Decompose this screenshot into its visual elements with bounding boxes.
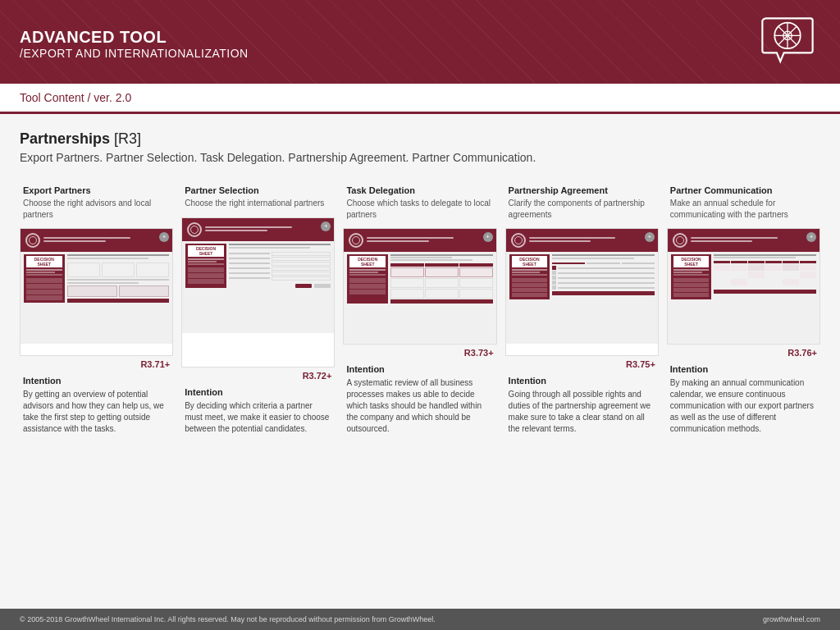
card-label-area-4: Partnership Agreement Clarify the compon…	[505, 180, 659, 228]
section-title-bold: Partnerships	[20, 130, 110, 147]
header-title-block: ADVANCED TOOL /EXPORT AND INTERNATIONALI…	[20, 28, 249, 60]
subheader-text: Tool Content / ver. 2.0	[20, 91, 131, 104]
card-code-2: R3.72+	[181, 368, 335, 382]
card-intention-3: Intention A systematic review of all bus…	[343, 359, 496, 438]
thumbnail-3: + DECISION SHEET	[344, 229, 495, 344]
card-partner-communication: Partner Communication Make an annual sch…	[667, 180, 820, 438]
card-partner-selection: Partner Selection Choose the right inter…	[181, 180, 335, 438]
card-intention-4: Intention Going through all possible rig…	[505, 371, 659, 438]
footer-copyright: © 2005-2018 GrowthWheel International In…	[20, 615, 436, 623]
section-subtitle: Export Partners. Partner Selection. Task…	[20, 151, 820, 164]
card-label-title-2: Partner Selection	[185, 185, 331, 195]
intention-text-4: Going through all possible rights and du…	[509, 389, 655, 435]
intention-text-5: By making an annual communication calend…	[670, 377, 817, 435]
card-intention-1: Intention By getting an overview of pote…	[20, 371, 173, 438]
card-label-title-3: Task Delegation	[346, 185, 493, 195]
thumbnail-5: + DECISION SHEET	[668, 229, 819, 344]
header-title-line1: ADVANCED TOOL	[20, 28, 249, 47]
card-label-area-1: Export Partners Choose the right advisor…	[20, 180, 173, 228]
intention-title-2: Intention	[185, 387, 331, 397]
card-image-5[interactable]: + DECISION SHEET	[667, 228, 820, 345]
page-footer: © 2005-2018 GrowthWheel International In…	[0, 609, 840, 630]
card-label-desc-1: Choose the right advisors and local part…	[23, 198, 170, 220]
card-label-area-3: Task Delegation Choose which tasks to de…	[343, 180, 496, 228]
card-image-3[interactable]: + DECISION SHEET	[343, 228, 496, 345]
card-label-area-5: Partner Communication Make an annual sch…	[667, 180, 820, 228]
card-code-3: R3.73+	[343, 345, 496, 359]
header-title-line2: /EXPORT AND INTERNATIONALIZATION	[20, 47, 249, 60]
card-label-title-1: Export Partners	[23, 185, 170, 195]
card-image-4[interactable]: + DECISION SHEET	[505, 228, 659, 356]
card-intention-5: Intention By making an annual communicat…	[667, 359, 820, 438]
card-label-desc-5: Make an annual schedule for communicatin…	[670, 198, 817, 220]
card-label-desc-4: Clarify the components of partnership ag…	[509, 198, 655, 220]
card-label-desc-2: Choose the right international partners	[185, 198, 331, 209]
growthwheel-logo	[755, 15, 820, 72]
card-partnership-agreement: Partnership Agreement Clarify the compon…	[505, 180, 659, 438]
card-code-1: R3.71+	[20, 356, 173, 371]
card-export-partners: Export Partners Choose the right advisor…	[20, 180, 173, 438]
intention-title-3: Intention	[346, 364, 493, 374]
card-intention-2: Intention By deciding which criteria a p…	[181, 382, 335, 438]
section-title: Partnerships [R3]	[20, 130, 820, 148]
intention-title-1: Intention	[23, 376, 170, 386]
card-image-2[interactable]: + DECISION SHEET	[181, 217, 335, 368]
page-header: ADVANCED TOOL /EXPORT AND INTERNATIONALI…	[0, 0, 840, 84]
subheader: Tool Content / ver. 2.0	[0, 84, 840, 114]
thumbnail-2: + DECISION SHEET	[182, 218, 334, 333]
content-area: Partnerships [R3] Export Partners. Partn…	[0, 114, 840, 446]
card-task-delegation: Task Delegation Choose which tasks to de…	[343, 180, 496, 438]
main-content: Partnerships [R3] Export Partners. Partn…	[0, 114, 840, 630]
intention-text-2: By deciding which criteria a partner mus…	[185, 400, 331, 435]
intention-text-1: By getting an overview of potential advi…	[23, 389, 170, 435]
cards-row: Export Partners Choose the right advisor…	[20, 180, 820, 438]
section-title-suffix: [R3]	[110, 130, 141, 147]
card-image-1[interactable]: + DECISION SHEET	[20, 228, 173, 356]
intention-text-3: A systematic review of all business proc…	[346, 377, 493, 435]
card-label-title-4: Partnership Agreement	[509, 185, 655, 195]
card-label-title-5: Partner Communication	[670, 185, 817, 195]
intention-title-5: Intention	[670, 364, 817, 374]
card-label-desc-3: Choose which tasks to delegate to local …	[346, 198, 493, 220]
thumbnail-4: + DECISION SHEET	[506, 229, 658, 344]
thumbnail-1: + DECISION SHEET	[21, 229, 172, 344]
footer-url: growthwheel.com	[763, 615, 820, 623]
card-label-area-2: Partner Selection Choose the right inter…	[181, 180, 335, 217]
intention-title-4: Intention	[509, 376, 655, 386]
card-code-5: R3.76+	[667, 345, 820, 359]
card-code-4: R3.75+	[505, 356, 659, 371]
